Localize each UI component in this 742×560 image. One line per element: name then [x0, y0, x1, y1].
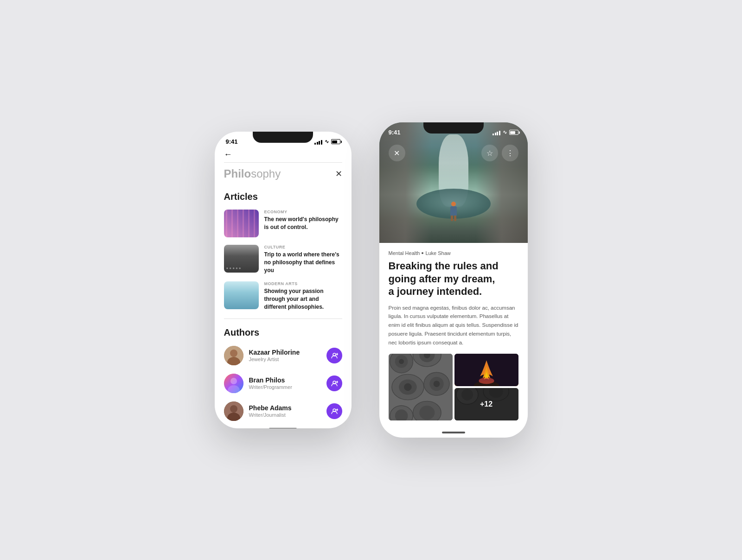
follow-btn-1[interactable]	[326, 348, 342, 363]
author-role-2: Writer/Programmer	[249, 384, 321, 390]
article-category-1: ECONOMY	[264, 210, 342, 214]
meta-category: Mental Health	[389, 250, 420, 256]
scrollbar-2	[442, 432, 465, 433]
close-hero-button[interactable]: ✕	[389, 145, 405, 161]
svg-point-1	[230, 350, 237, 357]
follow-btn-3[interactable]	[326, 403, 342, 419]
article-body-text: Proin sed magna egestas, finibus dolor a…	[389, 304, 518, 348]
photo-more-label: +12	[480, 400, 493, 408]
photo-fire[interactable]	[454, 354, 518, 386]
close-icon[interactable]: ✕	[335, 169, 342, 179]
article-headline-3: Showing your passion through your art an…	[264, 287, 342, 311]
person-figure	[450, 202, 457, 221]
article-thumb-2	[224, 245, 259, 273]
article-category-2: CULTURE	[264, 245, 342, 249]
photo-more[interactable]: +12	[454, 388, 518, 420]
article-item-1[interactable]: ECONOMY The new world's philosophy is ou…	[215, 206, 352, 241]
author-name-2: Bran Philos	[249, 376, 321, 384]
meta-author: Luke Shaw	[425, 250, 450, 256]
svg-point-34	[419, 406, 435, 420]
follow-btn-2[interactable]	[326, 375, 342, 391]
svg-point-7	[230, 378, 237, 384]
author-role-3: Writer/Journalist	[249, 412, 321, 418]
wifi-icon-1: ∿	[325, 139, 329, 145]
bookmark-button[interactable]: ☆	[481, 145, 498, 161]
author-item-3[interactable]: Phebe Adams Writer/Journalist	[215, 397, 352, 425]
battery-icon-2	[509, 130, 518, 135]
scrollbar-1	[269, 428, 297, 428]
signal-icon-2	[493, 130, 500, 135]
hero-image: 9:41 ∿ ✕ ☆ ⋮	[379, 122, 528, 243]
search-title: Philosophy	[224, 167, 281, 180]
wifi-icon-2: ∿	[503, 129, 507, 135]
author-name-1: Kazaar Philorine	[249, 349, 321, 356]
articles-section-title: Articles	[215, 185, 352, 206]
article-thumb-3	[224, 281, 259, 309]
back-arrow-icon[interactable]: ←	[224, 150, 232, 159]
article-category-3: MODERN ARTS	[264, 281, 342, 286]
svg-point-30	[433, 381, 440, 388]
article-headline-1: The new world's philosophy is out of con…	[264, 216, 342, 231]
avatar-bran	[224, 374, 243, 393]
author-role-1: Jewelry Artist	[249, 356, 321, 362]
authors-section-title: Authors	[215, 321, 352, 342]
photo-logs[interactable]	[389, 354, 453, 420]
mid-divider	[224, 318, 342, 319]
notch-2	[423, 122, 484, 134]
signal-icon-1	[314, 139, 322, 145]
phone-2: 9:41 ∿ ✕ ☆ ⋮	[379, 122, 528, 438]
photo-grid: +12	[389, 354, 518, 420]
article-thumb-1	[224, 210, 259, 237]
author-name-3: Phebe Adams	[249, 404, 321, 412]
author-item-1[interactable]: Kazaar Philorine Jewelry Artist	[215, 342, 352, 369]
author-item-2[interactable]: Bran Philos Writer/Programmer	[215, 369, 352, 397]
search-row: Philosophy ✕	[215, 163, 352, 185]
status-icons-1: ∿	[314, 139, 340, 145]
svg-point-37	[479, 378, 494, 384]
more-button[interactable]: ⋮	[502, 145, 518, 161]
battery-icon-1	[331, 139, 340, 144]
avatar-phebe	[224, 401, 243, 421]
article-headline-2: Trip to a world where there's no philoso…	[264, 251, 342, 274]
svg-point-27	[404, 383, 412, 391]
notch-1	[253, 132, 313, 143]
meta-separator	[422, 252, 423, 254]
article-body: Mental Health Luke Shaw Breaking the rul…	[379, 243, 528, 428]
phone-1: 9:41 ∿ ← Philosophy ✕ Articles	[215, 132, 352, 428]
svg-point-13	[230, 405, 237, 413]
article-main-title: Breaking the rules and going after my dr…	[389, 260, 518, 298]
article-meta: Mental Health Luke Shaw	[389, 250, 518, 256]
article-item-2[interactable]: CULTURE Trip to a world where there's no…	[215, 241, 352, 278]
avatar-kazaar	[224, 346, 243, 365]
svg-point-21	[399, 359, 404, 364]
hero-actions: ✕ ☆ ⋮	[379, 141, 528, 165]
article-item-3[interactable]: MODERN ARTS Showing your passion through…	[215, 278, 352, 314]
back-bar: ←	[215, 145, 352, 162]
status-icons-2: ∿	[493, 129, 518, 135]
time-2: 9:41	[389, 129, 401, 136]
time-1: 9:41	[226, 138, 238, 145]
